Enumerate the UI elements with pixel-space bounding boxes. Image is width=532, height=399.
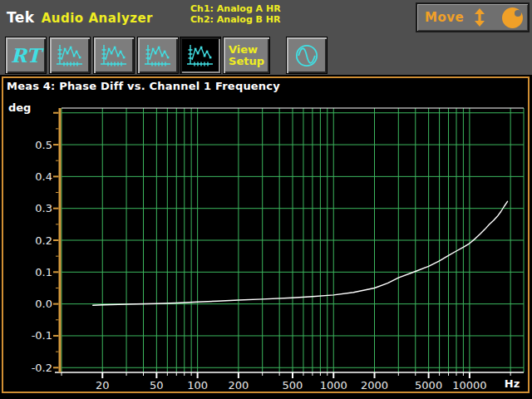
svg-text:100: 100	[187, 379, 208, 392]
sine-generator-icon	[292, 41, 322, 71]
svg-text:20: 20	[96, 379, 110, 392]
waveform-view-button-3[interactable]	[137, 37, 179, 74]
svg-text:50: 50	[150, 379, 164, 392]
view-setup-label-line2: Setup	[229, 56, 264, 67]
phase-chart: 0.50.40.30.20.10.0-0.1-0.220501002005001…	[0, 75, 532, 399]
svg-text:200: 200	[228, 379, 249, 392]
brand-row: Tek Audio Analyzer	[7, 9, 153, 26]
svg-text:5000: 5000	[415, 379, 442, 392]
svg-text:2000: 2000	[361, 379, 388, 392]
svg-text:-0.2: -0.2	[32, 362, 52, 374]
svg-text:1000: 1000	[320, 379, 347, 392]
system-bar: Tek Audio Analyzer Ch1: Analog A HR Ch2:…	[0, 0, 532, 75]
channel-status: Ch1: Analog A HR Ch2: Analog B HR	[190, 3, 281, 25]
rotary-knob-icon	[502, 7, 523, 28]
waveform-view-button-1[interactable]	[49, 37, 91, 74]
svg-text:0.3: 0.3	[35, 202, 52, 214]
view-setup-button[interactable]: View Setup	[223, 37, 270, 74]
channel1-status: Ch1: Analog A HR	[190, 3, 281, 14]
svg-text:10000: 10000	[452, 379, 486, 392]
view-setup-label-line1: View	[229, 44, 264, 56]
svg-text:0.5: 0.5	[35, 139, 52, 151]
svg-text:-0.1: -0.1	[32, 329, 52, 342]
rt-mode-button[interactable]: RT	[5, 37, 47, 74]
waveform-view-button-4-selected[interactable]	[180, 37, 221, 74]
svg-text:0.4: 0.4	[35, 170, 52, 183]
svg-text:500: 500	[283, 379, 303, 392]
measurement-view[interactable]: Meas 4: Phase Diff vs. Channel 1 Frequen…	[0, 75, 532, 399]
move-button[interactable]: Move	[416, 2, 530, 32]
svg-text:0.0: 0.0	[35, 298, 52, 310]
knob-position-dot	[515, 10, 521, 17]
app-title: Audio Analyzer	[42, 11, 153, 26]
audio-analyzer-screen: Tek Audio Analyzer Ch1: Analog A HR Ch2:…	[0, 0, 532, 399]
svg-text:0.2: 0.2	[35, 234, 52, 247]
waveform-chart-icon	[185, 43, 216, 68]
waveform-view-button-2[interactable]	[93, 37, 135, 74]
up-down-arrow-icon	[474, 7, 485, 27]
waveform-chart-icon	[98, 43, 130, 68]
waveform-chart-icon	[54, 43, 86, 68]
rt-button-label: RT	[11, 44, 41, 66]
channel2-status: Ch2: Analog B HR	[190, 14, 281, 25]
svg-text:Hz: Hz	[505, 377, 520, 390]
tek-logo: Tek	[7, 9, 35, 26]
move-button-label: Move	[425, 10, 464, 25]
waveform-chart-icon	[142, 43, 174, 68]
generator-button[interactable]	[286, 37, 328, 74]
svg-text:0.1: 0.1	[35, 266, 52, 278]
